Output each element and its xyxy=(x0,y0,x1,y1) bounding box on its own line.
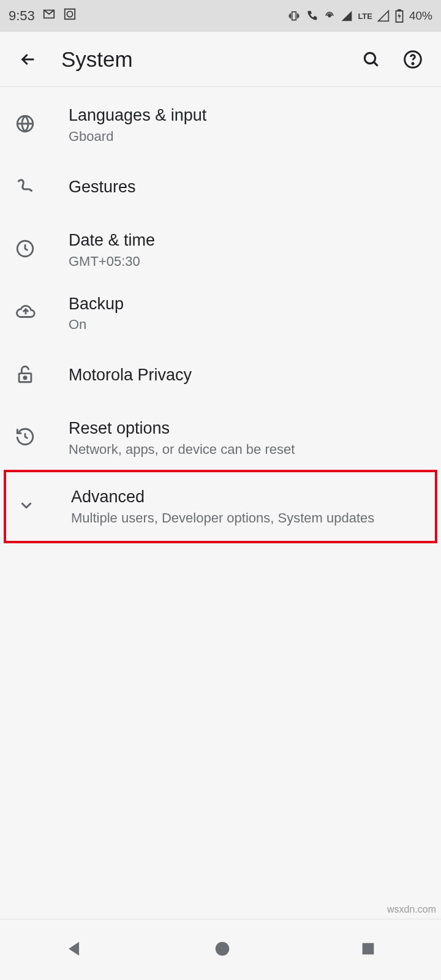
svg-rect-13 xyxy=(363,943,374,954)
item-subtitle: GMT+05:30 xyxy=(69,254,426,270)
restore-icon xyxy=(15,426,36,450)
item-backup[interactable]: Backup On xyxy=(0,282,441,345)
signal-2-icon xyxy=(377,10,390,22)
signal-1-icon xyxy=(341,10,353,22)
watermark: wsxdn.com xyxy=(387,904,436,915)
nav-back-button[interactable] xyxy=(64,938,85,962)
back-button[interactable] xyxy=(13,45,43,74)
item-title: Reset options xyxy=(69,418,426,439)
svg-point-12 xyxy=(216,941,230,956)
search-button[interactable] xyxy=(356,45,386,74)
item-languages-input[interactable]: Languages & input Gboard xyxy=(0,93,441,157)
navigation-bar xyxy=(0,919,441,980)
item-subtitle: Network, apps, or device can be reset xyxy=(69,442,426,458)
svg-point-7 xyxy=(412,62,413,64)
settings-list: Languages & input Gboard Gestures Date &… xyxy=(0,87,441,543)
highlight-advanced: Advanced Multiple users, Developer optio… xyxy=(4,470,437,543)
chevron-down-icon xyxy=(17,496,36,517)
hotspot-icon xyxy=(323,10,336,22)
gesture-icon xyxy=(15,176,36,199)
item-title: Languages & input xyxy=(69,105,426,126)
svg-point-11 xyxy=(24,377,26,379)
status-left-group: 9:53 xyxy=(9,7,77,24)
svg-point-1 xyxy=(67,11,72,17)
battery-icon xyxy=(394,9,404,23)
item-title: Motorola Privacy xyxy=(69,365,426,386)
page-title: System xyxy=(61,47,356,72)
item-subtitle: Multiple users, Developer options, Syste… xyxy=(71,510,424,526)
item-subtitle: Gboard xyxy=(69,129,426,145)
cloud-upload-icon xyxy=(15,301,37,325)
status-bar: 9:53 LTE 40% xyxy=(0,0,441,32)
nav-home-button[interactable] xyxy=(213,940,232,960)
item-reset-options[interactable]: Reset options Network, apps, or device c… xyxy=(0,406,441,470)
battery-text: 40% xyxy=(409,9,432,23)
item-title: Date & time xyxy=(69,230,426,251)
item-title: Backup xyxy=(69,294,426,315)
unlock-icon xyxy=(15,364,36,387)
item-advanced[interactable]: Advanced Multiple users, Developer optio… xyxy=(6,472,435,541)
svg-rect-0 xyxy=(65,9,75,20)
item-subtitle: On xyxy=(69,317,426,333)
status-right-group: LTE 40% xyxy=(288,9,432,23)
help-button[interactable] xyxy=(398,45,428,74)
vibrate-icon xyxy=(288,10,300,22)
volte-icon xyxy=(305,10,318,22)
item-title: Advanced xyxy=(71,487,424,508)
status-time: 9:53 xyxy=(9,8,35,24)
svg-point-2 xyxy=(329,15,331,17)
globe-icon xyxy=(15,113,36,137)
nav-recent-button[interactable] xyxy=(360,940,377,960)
lte-label: LTE xyxy=(358,12,372,21)
item-motorola-privacy[interactable]: Motorola Privacy xyxy=(0,345,441,406)
item-title: Gestures xyxy=(69,177,426,198)
gmail-icon xyxy=(42,7,56,24)
app-toolbar: System xyxy=(0,32,441,87)
svg-rect-4 xyxy=(398,10,401,11)
clock-icon xyxy=(15,238,36,262)
app-icon xyxy=(63,7,77,24)
item-gestures[interactable]: Gestures xyxy=(0,157,441,218)
item-date-time[interactable]: Date & time GMT+05:30 xyxy=(0,218,441,282)
